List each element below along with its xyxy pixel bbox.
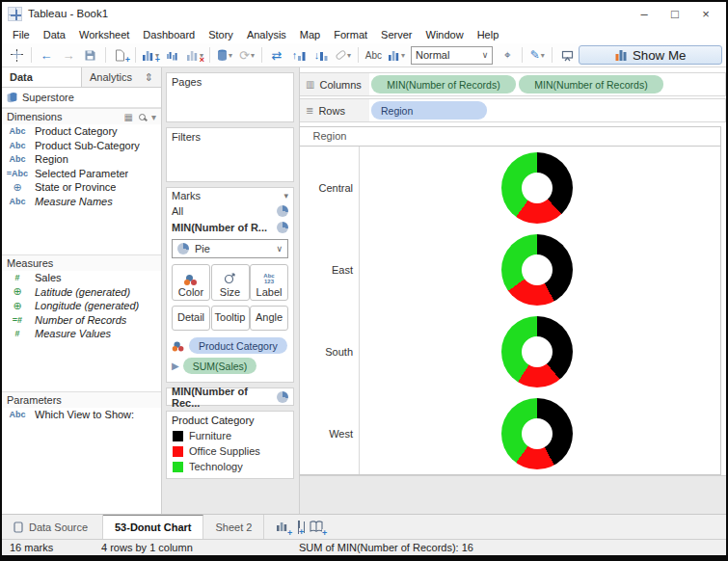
tableau-logo-icon[interactable] [6,45,27,66]
menu-story[interactable]: Story [202,27,240,42]
marks-header[interactable]: Marks ▾ [167,188,293,203]
marks-row-min-records[interactable]: MIN(Number of R... [167,219,293,236]
marks-menu-icon[interactable]: ▾ [283,191,288,200]
new-dashboard-tab-icon[interactable]: + [298,521,300,533]
globe-icon: ⊕ [6,300,29,312]
dimension-product-sub-category[interactable]: AbcProduct Sub-Category [2,139,161,153]
donut-central[interactable] [501,152,573,224]
dimension-measure-names[interactable]: AbcMeasure Names [2,195,161,209]
row-label-west[interactable]: West [300,392,360,474]
dimension-selected-parameter[interactable]: =AbcSelected Parameter [2,167,161,181]
columns-pill-1[interactable]: MIN(Number of Records) [371,75,516,94]
legend-item-office-supplies[interactable]: Office Supplies [167,443,293,459]
donut-hole [522,418,553,449]
donut-hole [522,254,553,285]
clear-sheet-icon[interactable]: ×▾ [184,45,205,66]
fit-selector-icon[interactable]: ▾ [386,45,407,66]
detail-button[interactable]: Detail [172,306,210,331]
new-worksheet-icon[interactable]: +▾ [140,45,161,66]
datasource-icon[interactable]: ▾ [214,45,235,66]
minimize-button[interactable]: – [630,4,659,23]
highlight-pen-icon[interactable]: ✎▾ [526,45,548,66]
viz-row-south: South [300,310,720,392]
duplicate-sheet-icon[interactable] [162,45,183,66]
measures-header: Measures [2,254,161,271]
group-members-icon[interactable]: ▾ [333,45,354,66]
measure-measure-values[interactable]: #Measure Values [2,327,161,341]
tab-data-source[interactable]: Data Source [2,515,103,539]
legend-item-furniture[interactable]: Furniture [167,428,293,443]
tab-analytics[interactable]: Analytics ⇕ [82,67,161,87]
tab-sheet-2[interactable]: Sheet 2 [203,515,264,539]
new-worksheet-tab-icon[interactable]: + [276,520,288,534]
close-button[interactable]: × [691,4,720,23]
menu-server[interactable]: Server [374,27,418,42]
donut-east[interactable] [501,234,573,306]
dimension-region[interactable]: AbcRegion [2,152,161,167]
menu-file[interactable]: File [6,27,37,42]
donut-south[interactable] [501,316,573,387]
donut-west[interactable] [501,398,573,469]
pages-label: Pages [167,73,293,91]
menu-map[interactable]: Map [293,27,327,42]
mark-type-select[interactable]: Pie ∨ [172,239,288,258]
parameter-which-view-to-show[interactable]: AbcWhich View to Show: [2,408,161,422]
collapsed-marks-card[interactable]: MIN(Number of Rec... [166,387,294,406]
measure-longitude[interactable]: ⊕Longitude (generated) [2,299,161,313]
view-data-icon[interactable]: ▦ [124,112,133,122]
measure-latitude[interactable]: ⊕Latitude (generated) [2,285,161,300]
maximize-button[interactable]: □ [661,4,689,23]
dimensions-menu-icon[interactable]: ▾ [151,112,156,122]
row-label-south[interactable]: South [300,310,360,392]
show-me-button[interactable]: Show Me [579,45,722,65]
tab-donut-chart[interactable]: 53-Donut Chart [103,515,203,539]
row-label-central[interactable]: Central [300,147,360,228]
search-icon[interactable] [139,114,146,120]
dimension-product-category[interactable]: AbcProduct Category [2,124,161,139]
row-label-east[interactable]: East [300,228,360,310]
view-size-select[interactable]: Normal ∨ [411,46,493,65]
angle-button[interactable]: Angle [250,306,288,331]
redo-icon[interactable]: → [58,45,79,66]
color-button[interactable]: Color [172,264,210,301]
measure-number-of-records[interactable]: =#Number of Records [2,313,161,328]
marks-row-all[interactable]: All [167,203,293,219]
pane-toggle-icon[interactable]: ⇕ [145,71,153,84]
rows-shelf[interactable]: ≣ Rows Region [300,98,726,122]
canvas: ▥ Columns MIN(Number of Records) MIN(Num… [300,67,726,514]
pill-sum-sales[interactable]: SUM(Sales) [183,358,257,374]
dimension-state-or-province[interactable]: ⊕State or Province [2,180,161,195]
legend-item-technology[interactable]: Technology [167,459,293,474]
sort-descending-icon[interactable]: ↓ [310,45,332,66]
tab-data[interactable]: Data [2,67,82,87]
size-button[interactable]: Size [211,264,250,301]
sort-ascending-icon[interactable]: ↑ [288,45,310,66]
rows-pill-region[interactable]: Region [371,101,487,120]
undo-icon[interactable]: ← [36,45,57,66]
menu-help[interactable]: Help [471,27,506,42]
menu-window[interactable]: Window [419,27,471,42]
menu-analysis[interactable]: Analysis [240,27,293,42]
columns-shelf[interactable]: ▥ Columns MIN(Number of Records) MIN(Num… [300,72,726,96]
menu-dashboard[interactable]: Dashboard [136,27,202,42]
measure-sales[interactable]: #Sales [2,271,161,285]
save-icon[interactable] [80,45,101,66]
region-column-header[interactable]: Region [300,127,360,146]
tooltip-button[interactable]: Tooltip [211,306,250,331]
label-button[interactable]: Abc123Label [250,264,288,301]
menu-format[interactable]: Format [327,27,374,42]
columns-pill-2[interactable]: MIN(Number of Records) [519,75,663,94]
fix-axes-pin-icon[interactable]: ⌖ [497,45,518,66]
new-datasource-icon[interactable]: + [110,45,131,66]
new-story-tab-icon[interactable]: + [310,521,323,534]
pill-product-category[interactable]: Product Category [189,337,287,354]
presentation-mode-icon[interactable] [556,45,578,66]
pages-shelf[interactable]: Pages [166,72,294,122]
menu-data[interactable]: Data [37,27,72,42]
show-mark-labels-icon[interactable]: Abc [363,45,385,66]
menu-worksheet[interactable]: Worksheet [72,27,136,42]
filters-shelf[interactable]: Filters [166,127,294,182]
datasource-item[interactable]: Superstore [2,88,161,108]
swap-axes-icon[interactable]: ⇄ [266,45,287,66]
refresh-icon[interactable]: ⟳▾ [236,45,257,66]
